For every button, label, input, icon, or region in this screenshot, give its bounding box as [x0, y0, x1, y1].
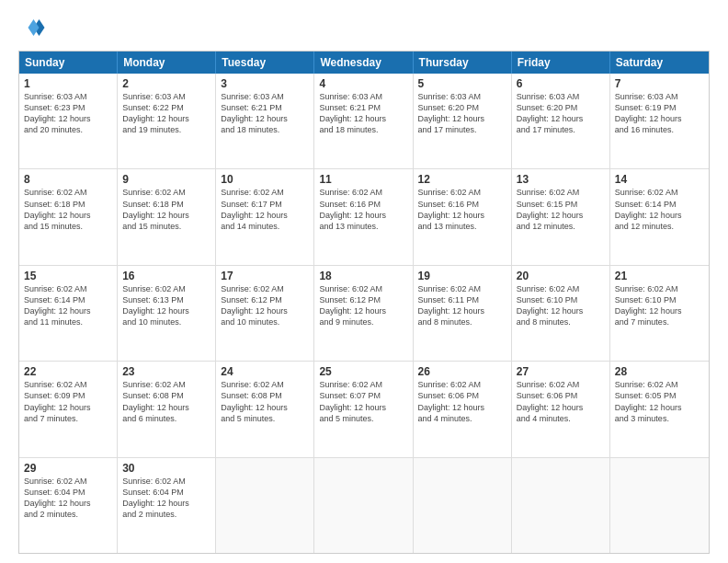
day-number: 15 [24, 270, 112, 282]
calendar-body: 1Sunrise: 6:03 AM Sunset: 6:23 PM Daylig… [19, 74, 709, 553]
day-number: 12 [418, 173, 506, 186]
day-info: Sunrise: 6:02 AM Sunset: 6:05 PM Dayligh… [615, 379, 704, 424]
day-number: 17 [221, 270, 309, 282]
day-info: Sunrise: 6:03 AM Sunset: 6:21 PM Dayligh… [319, 91, 407, 136]
calendar-row-2: 8Sunrise: 6:02 AM Sunset: 6:18 PM Daylig… [19, 168, 709, 264]
calendar-cell: 8Sunrise: 6:02 AM Sunset: 6:18 PM Daylig… [19, 169, 118, 264]
day-number: 3 [221, 77, 309, 90]
day-number: 30 [122, 462, 210, 475]
day-number: 2 [122, 77, 210, 90]
day-info: Sunrise: 6:02 AM Sunset: 6:07 PM Dayligh… [319, 379, 407, 424]
calendar-cell: 25Sunrise: 6:02 AM Sunset: 6:07 PM Dayli… [314, 362, 413, 456]
day-info: Sunrise: 6:03 AM Sunset: 6:22 PM Dayligh… [122, 91, 210, 136]
calendar-cell: 29Sunrise: 6:02 AM Sunset: 6:04 PM Dayli… [19, 458, 118, 553]
calendar-cell: 20Sunrise: 6:02 AM Sunset: 6:10 PM Dayli… [512, 266, 610, 361]
calendar-cell: 1Sunrise: 6:03 AM Sunset: 6:23 PM Daylig… [19, 74, 118, 168]
day-number: 20 [517, 270, 605, 282]
day-number: 24 [221, 365, 309, 378]
calendar-cell: 21Sunrise: 6:02 AM Sunset: 6:10 PM Dayli… [610, 266, 709, 361]
day-number: 1 [24, 77, 112, 90]
calendar-cell [512, 458, 610, 553]
day-info: Sunrise: 6:02 AM Sunset: 6:04 PM Dayligh… [24, 476, 112, 521]
calendar-cell [414, 458, 512, 553]
calendar-cell: 16Sunrise: 6:02 AM Sunset: 6:13 PM Dayli… [118, 266, 216, 361]
calendar-header: SundayMondayTuesdayWednesdayThursdayFrid… [19, 52, 709, 74]
logo [18, 14, 50, 41]
calendar-cell: 28Sunrise: 6:02 AM Sunset: 6:05 PM Dayli… [610, 362, 709, 456]
calendar-cell: 7Sunrise: 6:03 AM Sunset: 6:19 PM Daylig… [610, 74, 709, 168]
calendar-cell [216, 458, 314, 553]
day-number: 18 [319, 270, 407, 282]
calendar-cell: 14Sunrise: 6:02 AM Sunset: 6:14 PM Dayli… [610, 169, 709, 264]
logo-icon [18, 14, 46, 41]
calendar-cell: 9Sunrise: 6:02 AM Sunset: 6:18 PM Daylig… [118, 169, 216, 264]
day-info: Sunrise: 6:03 AM Sunset: 6:23 PM Dayligh… [24, 91, 112, 136]
day-info: Sunrise: 6:02 AM Sunset: 6:12 PM Dayligh… [319, 283, 407, 328]
day-number: 28 [615, 365, 704, 378]
calendar: SundayMondayTuesdayWednesdayThursdayFrid… [18, 51, 710, 554]
calendar-cell: 15Sunrise: 6:02 AM Sunset: 6:14 PM Dayli… [19, 266, 118, 361]
calendar-cell: 24Sunrise: 6:02 AM Sunset: 6:08 PM Dayli… [216, 362, 314, 456]
calendar-cell: 22Sunrise: 6:02 AM Sunset: 6:09 PM Dayli… [19, 362, 118, 456]
day-info: Sunrise: 6:02 AM Sunset: 6:17 PM Dayligh… [221, 187, 309, 232]
day-info: Sunrise: 6:02 AM Sunset: 6:08 PM Dayligh… [221, 379, 309, 424]
day-number: 9 [122, 173, 210, 186]
day-number: 5 [418, 77, 506, 90]
weekday-header-sunday: Sunday [19, 52, 118, 74]
day-info: Sunrise: 6:03 AM Sunset: 6:20 PM Dayligh… [418, 91, 506, 136]
calendar-cell: 27Sunrise: 6:02 AM Sunset: 6:06 PM Dayli… [512, 362, 610, 456]
calendar-cell: 30Sunrise: 6:02 AM Sunset: 6:04 PM Dayli… [118, 458, 216, 553]
day-number: 22 [24, 365, 112, 378]
day-number: 11 [319, 173, 407, 186]
day-info: Sunrise: 6:03 AM Sunset: 6:19 PM Dayligh… [615, 91, 704, 136]
day-number: 14 [615, 173, 704, 186]
day-number: 23 [122, 365, 210, 378]
day-number: 13 [517, 173, 605, 186]
calendar-row-1: 1Sunrise: 6:03 AM Sunset: 6:23 PM Daylig… [19, 74, 709, 168]
calendar-cell: 11Sunrise: 6:02 AM Sunset: 6:16 PM Dayli… [314, 169, 413, 264]
header [18, 14, 710, 41]
weekday-header-tuesday: Tuesday [216, 52, 314, 74]
day-info: Sunrise: 6:03 AM Sunset: 6:20 PM Dayligh… [517, 91, 605, 136]
day-info: Sunrise: 6:02 AM Sunset: 6:16 PM Dayligh… [418, 187, 506, 232]
day-info: Sunrise: 6:02 AM Sunset: 6:18 PM Dayligh… [24, 187, 112, 232]
calendar-cell: 13Sunrise: 6:02 AM Sunset: 6:15 PM Dayli… [512, 169, 610, 264]
day-number: 16 [122, 270, 210, 282]
weekday-header-wednesday: Wednesday [314, 52, 413, 74]
day-info: Sunrise: 6:03 AM Sunset: 6:21 PM Dayligh… [221, 91, 309, 136]
calendar-cell: 4Sunrise: 6:03 AM Sunset: 6:21 PM Daylig… [314, 74, 413, 168]
day-number: 25 [319, 365, 407, 378]
day-number: 4 [319, 77, 407, 90]
day-info: Sunrise: 6:02 AM Sunset: 6:12 PM Dayligh… [221, 283, 309, 328]
calendar-cell: 17Sunrise: 6:02 AM Sunset: 6:12 PM Dayli… [216, 266, 314, 361]
day-info: Sunrise: 6:02 AM Sunset: 6:14 PM Dayligh… [24, 283, 112, 328]
calendar-row-3: 15Sunrise: 6:02 AM Sunset: 6:14 PM Dayli… [19, 265, 709, 361]
weekday-header-saturday: Saturday [610, 52, 709, 74]
calendar-cell: 19Sunrise: 6:02 AM Sunset: 6:11 PM Dayli… [414, 266, 512, 361]
calendar-cell: 23Sunrise: 6:02 AM Sunset: 6:08 PM Dayli… [118, 362, 216, 456]
day-info: Sunrise: 6:02 AM Sunset: 6:13 PM Dayligh… [122, 283, 210, 328]
day-number: 19 [418, 270, 506, 282]
calendar-cell [314, 458, 413, 553]
calendar-cell: 12Sunrise: 6:02 AM Sunset: 6:16 PM Dayli… [414, 169, 512, 264]
day-info: Sunrise: 6:02 AM Sunset: 6:16 PM Dayligh… [319, 187, 407, 232]
day-number: 6 [517, 77, 605, 90]
day-number: 21 [615, 270, 704, 282]
day-number: 7 [615, 77, 704, 90]
calendar-cell: 6Sunrise: 6:03 AM Sunset: 6:20 PM Daylig… [512, 74, 610, 168]
day-number: 26 [418, 365, 506, 378]
day-info: Sunrise: 6:02 AM Sunset: 6:04 PM Dayligh… [122, 476, 210, 521]
day-number: 29 [24, 462, 112, 475]
weekday-header-monday: Monday [118, 52, 216, 74]
calendar-cell: 18Sunrise: 6:02 AM Sunset: 6:12 PM Dayli… [314, 266, 413, 361]
weekday-header-thursday: Thursday [414, 52, 512, 74]
weekday-header-friday: Friday [512, 52, 610, 74]
day-info: Sunrise: 6:02 AM Sunset: 6:14 PM Dayligh… [615, 187, 704, 232]
calendar-cell: 2Sunrise: 6:03 AM Sunset: 6:22 PM Daylig… [118, 74, 216, 168]
calendar-cell: 3Sunrise: 6:03 AM Sunset: 6:21 PM Daylig… [216, 74, 314, 168]
page: SundayMondayTuesdayWednesdayThursdayFrid… [0, 0, 728, 563]
day-info: Sunrise: 6:02 AM Sunset: 6:10 PM Dayligh… [615, 283, 704, 328]
calendar-cell: 5Sunrise: 6:03 AM Sunset: 6:20 PM Daylig… [414, 74, 512, 168]
day-number: 10 [221, 173, 309, 186]
day-info: Sunrise: 6:02 AM Sunset: 6:18 PM Dayligh… [122, 187, 210, 232]
